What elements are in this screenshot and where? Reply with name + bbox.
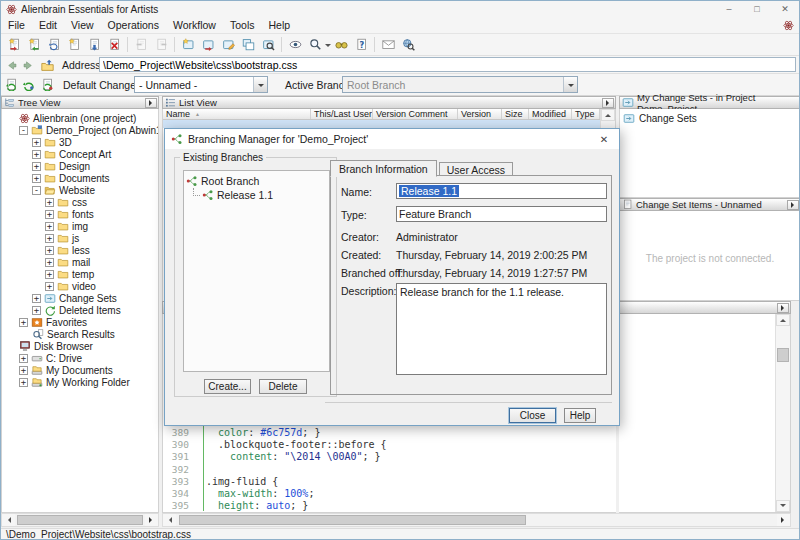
address-input[interactable]: [99, 57, 796, 72]
tree-item-c-drive[interactable]: +C: Drive: [2, 352, 158, 364]
add-file-button[interactable]: [64, 35, 84, 54]
delete-button[interactable]: Delete: [259, 379, 307, 394]
expand-icon[interactable]: +: [45, 282, 54, 291]
branch-item-root-branch[interactable]: Root Branch: [184, 174, 329, 188]
tree-item-temp[interactable]: +temp: [2, 268, 158, 280]
refresh-view-button[interactable]: [3, 76, 20, 92]
menu-view[interactable]: View: [64, 18, 101, 32]
scroll-left-icon[interactable]: [163, 514, 176, 526]
help-button[interactable]: Help: [564, 408, 596, 423]
scrollbar-thumb[interactable]: [777, 348, 789, 362]
column-header-size[interactable]: Size: [502, 109, 529, 119]
branch-list[interactable]: Root BranchRelease 1.1: [183, 170, 330, 372]
scrollbar-thumb[interactable]: [179, 515, 526, 525]
tree-item-disk-browser[interactable]: Disk Browser: [2, 340, 158, 352]
tree-item-less[interactable]: +less: [2, 244, 158, 256]
tree-item-img[interactable]: +img: [2, 220, 158, 232]
column-header-type[interactable]: Type: [572, 109, 600, 119]
collapse-icon[interactable]: -: [19, 126, 28, 135]
list-row-partial[interactable]: [163, 120, 600, 128]
tree-horizontal-scrollbar[interactable]: [1, 513, 159, 527]
expand-icon[interactable]: +: [32, 150, 41, 159]
expand-icon[interactable]: +: [32, 174, 41, 183]
refresh-project-button[interactable]: [20, 76, 37, 92]
code-view[interactable]: 389 color: #6c757d; }390 .blockquote-foo…: [163, 426, 763, 524]
tree-item-3d[interactable]: +3D: [2, 136, 158, 148]
scroll-up-icon[interactable]: [776, 314, 790, 326]
expand-icon[interactable]: +: [45, 198, 54, 207]
menu-edit[interactable]: Edit: [32, 18, 64, 32]
expand-icon[interactable]: +: [45, 210, 54, 219]
expand-icon[interactable]: +: [19, 378, 28, 387]
column-header-modified[interactable]: Modified: [529, 109, 572, 119]
tree-item-demo-project-on-abwin10gfx[interactable]: -Demo_Project (on Abwin10gfx): [2, 124, 158, 136]
menu-help[interactable]: Help: [261, 18, 297, 32]
collapse-icon[interactable]: -: [32, 186, 41, 195]
checkin-button[interactable]: [24, 35, 44, 54]
tree-item-js[interactable]: +js: [2, 232, 158, 244]
refresh-file-button[interactable]: [39, 76, 56, 92]
submit-changeset-button[interactable]: [198, 35, 218, 54]
column-header-this-last-user[interactable]: This/Last User: [311, 109, 373, 119]
send-mail-button[interactable]: [378, 35, 398, 54]
menu-file[interactable]: File: [1, 18, 32, 32]
menu-tools[interactable]: Tools: [223, 18, 262, 32]
maximize-icon[interactable]: □: [743, 1, 771, 17]
tree-item-search-results[interactable]: Search Results: [2, 328, 158, 340]
preview-vertical-scrollbar[interactable]: [775, 314, 790, 512]
tree-item-mail[interactable]: +mail: [2, 256, 158, 268]
delete-button[interactable]: [104, 35, 124, 54]
close-button[interactable]: Close: [509, 408, 556, 423]
description-input[interactable]: Release branch for the 1.1 release.: [396, 283, 607, 375]
expand-icon[interactable]: +: [32, 162, 41, 171]
dialog-close-icon[interactable]: ✕: [589, 129, 619, 149]
menu-workflow[interactable]: Workflow: [166, 18, 223, 32]
expand-icon[interactable]: +: [19, 318, 28, 327]
tree-item-favorites[interactable]: +Favorites: [2, 316, 158, 328]
get-latest-button[interactable]: [84, 35, 104, 54]
change-sets-item[interactable]: Change Sets: [620, 111, 800, 125]
help-button[interactable]: ?: [351, 35, 371, 54]
expand-icon[interactable]: +: [45, 234, 54, 243]
panel-menu-button[interactable]: [777, 303, 789, 313]
expand-icon[interactable]: +: [19, 354, 28, 363]
tree-item-video[interactable]: +video: [2, 280, 158, 292]
menu-operations[interactable]: Operations: [101, 18, 166, 32]
chevron-down-icon[interactable]: [253, 77, 267, 92]
tree-item-website[interactable]: -Website: [2, 184, 158, 196]
copy-changeset-button[interactable]: [238, 35, 258, 54]
expand-icon[interactable]: +: [19, 366, 28, 375]
type-input[interactable]: Feature Branch: [396, 206, 607, 222]
tree-item-deleted-items[interactable]: +Deleted Items: [2, 304, 158, 316]
tree-item-my-documents[interactable]: +My Documents: [2, 364, 158, 376]
expand-icon[interactable]: +: [45, 246, 54, 255]
edit-changeset-button[interactable]: [218, 35, 238, 54]
zoom-button[interactable]: [305, 35, 325, 54]
scroll-right-icon[interactable]: [145, 514, 158, 526]
tab-user-access[interactable]: User Access: [439, 162, 513, 176]
tree-item-documents[interactable]: +Documents: [2, 172, 158, 184]
default-change-set-select[interactable]: - Unnamed -: [134, 76, 268, 93]
scroll-left-icon[interactable]: [2, 514, 15, 526]
tree-item-concept-art[interactable]: +Concept Art: [2, 148, 158, 160]
tree-item-my-working-folder[interactable]: +My Working Folder: [2, 376, 158, 388]
tree-item-css[interactable]: +css: [2, 196, 158, 208]
find-files-button[interactable]: [331, 35, 351, 54]
expand-icon[interactable]: +: [45, 270, 54, 279]
create-button[interactable]: Create...: [204, 379, 251, 394]
name-input[interactable]: Release 1.1: [396, 183, 607, 199]
minimize-icon[interactable]: –: [715, 1, 743, 17]
scroll-right-icon[interactable]: [777, 514, 790, 526]
expand-icon[interactable]: +: [32, 306, 41, 315]
find-changeset-button[interactable]: [258, 35, 278, 54]
expand-icon[interactable]: +: [45, 222, 54, 231]
column-header-version-comment[interactable]: Version Comment: [373, 109, 458, 119]
branch-item-release-1-1[interactable]: Release 1.1: [184, 188, 329, 202]
column-header-version[interactable]: Version: [458, 109, 502, 119]
tree-item-change-sets[interactable]: +Change Sets: [2, 292, 158, 304]
web-search-button[interactable]: [398, 35, 418, 54]
forward-button[interactable]: [20, 57, 37, 73]
undo-checkout-button[interactable]: [44, 35, 64, 54]
tree-item-design[interactable]: +Design: [2, 160, 158, 172]
panel-menu-button[interactable]: [602, 98, 614, 108]
